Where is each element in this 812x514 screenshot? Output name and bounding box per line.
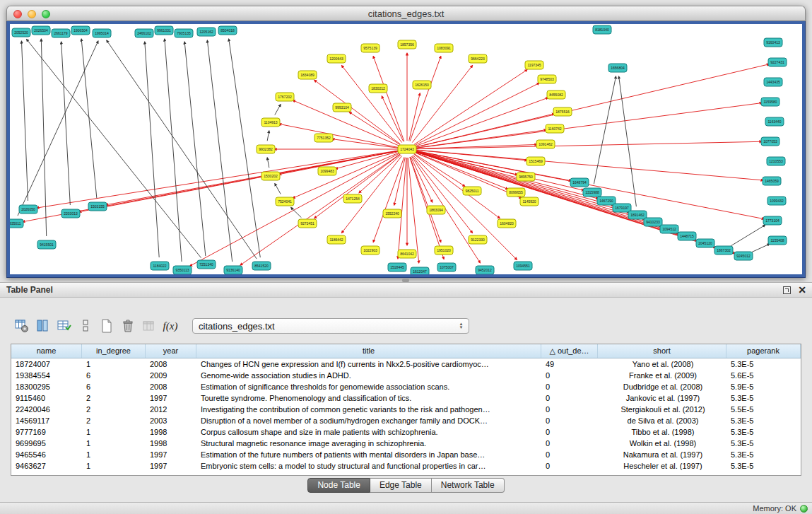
graph-edge[interactable] — [408, 158, 419, 263]
column-header-4[interactable]: △ out_de… — [541, 344, 598, 358]
graph-node[interactable]: 1315988 — [583, 188, 601, 197]
graph-node[interactable]: 1518445 — [388, 263, 406, 271]
graph-node[interactable]: 1200643 — [327, 54, 346, 63]
graph-edge[interactable] — [81, 39, 97, 198]
graph-node[interactable]: 1863094 — [427, 206, 445, 214]
graph-node[interactable]: 1679197 — [613, 204, 631, 212]
graph-edge[interactable] — [26, 39, 201, 257]
table-selector-dropdown[interactable]: citations_edges.txt ▲▼ — [192, 318, 469, 334]
graph-node[interactable]: 8181040 — [593, 25, 611, 34]
graph-node[interactable]: 1197345 — [525, 61, 543, 69]
tab-node-table[interactable]: Node Table — [307, 478, 370, 493]
graph-node[interactable]: 1099483 — [318, 167, 336, 175]
graph-edge[interactable] — [416, 103, 762, 148]
graph-node[interactable]: 1995014 — [93, 29, 111, 37]
graph-edge[interactable] — [410, 56, 441, 141]
graph-edge[interactable] — [107, 40, 257, 259]
graph-node[interactable]: 1604820 — [498, 219, 516, 228]
graph-node[interactable]: 1656804 — [608, 64, 627, 72]
graph-edge[interactable] — [751, 244, 770, 252]
graph-edge[interactable] — [731, 225, 765, 246]
graph-node[interactable]: 9575139 — [361, 44, 379, 52]
network-canvas[interactable]: 1724043966422310830911857356957513912006… — [10, 24, 802, 274]
graph-node[interactable]: 1091462 — [536, 140, 555, 148]
table-row[interactable]: 2242004622012Investigating the contribut… — [11, 404, 801, 415]
table-row[interactable]: 1456911722003Disruption of a novel membe… — [11, 415, 801, 426]
graph-edge[interactable] — [18, 41, 98, 216]
graph-node[interactable]: 1465059 — [763, 177, 781, 185]
graph-node[interactable]: 9993104 — [333, 103, 351, 112]
graph-node[interactable]: 1022903 — [361, 246, 379, 255]
graph-node[interactable]: 8504018 — [218, 26, 237, 35]
graph-node[interactable]: 1830212 — [369, 84, 387, 93]
graph-node[interactable]: 1471254 — [343, 194, 362, 203]
graph-node[interactable]: 9350113 — [173, 266, 192, 274]
graph-node[interactable]: 1155408 — [768, 236, 787, 245]
graph-node[interactable]: 1875516 — [553, 107, 572, 116]
graph-node[interactable]: 8099655 — [507, 188, 525, 197]
float-panel-icon[interactable] — [783, 286, 791, 294]
graph-node[interactable]: 9227431 — [768, 58, 787, 66]
graph-edge[interactable] — [394, 158, 406, 206]
graph-edge[interactable] — [184, 42, 206, 256]
graph-node[interactable]: 1186442 — [327, 235, 346, 244]
new-table-button[interactable] — [96, 316, 117, 336]
graph-edge[interactable] — [349, 112, 400, 144]
graph-edge[interactable] — [415, 83, 540, 145]
graph-node[interactable]: 1205162 — [197, 28, 216, 36]
graph-node[interactable]: 1515469 — [526, 157, 545, 165]
graph-edge[interactable] — [332, 139, 399, 148]
tab-network-table[interactable]: Network Table — [432, 478, 505, 493]
graph-node[interactable]: 9932382 — [257, 145, 275, 153]
graph-node[interactable]: 1104913 — [261, 118, 280, 127]
graph-edge[interactable] — [373, 157, 404, 242]
graph-node[interactable]: 1503155 — [88, 202, 107, 211]
graph-node[interactable]: 1612047 — [411, 267, 429, 274]
graph-node[interactable]: 9452012 — [476, 266, 494, 274]
table-row[interactable]: 946554611997Estimation of the future num… — [11, 449, 801, 460]
column-header-6[interactable]: pagerank — [726, 344, 801, 358]
graph-edge[interactable] — [594, 76, 616, 184]
graph-node[interactable]: 8641042 — [398, 250, 416, 258]
graph-node[interactable]: 1210553 — [767, 157, 785, 165]
graph-edge[interactable] — [267, 158, 269, 168]
graph-node[interactable]: 1834089 — [298, 71, 317, 79]
graph-node[interactable]: 9895750 — [517, 173, 535, 181]
tab-edge-table[interactable]: Edge Table — [370, 478, 432, 493]
graph-node[interactable]: 9825011 — [463, 187, 481, 195]
column-header-2[interactable]: year — [146, 344, 196, 358]
graph-edge[interactable] — [410, 157, 441, 242]
table-row[interactable]: 977716911998Corpus callosum shape and si… — [11, 426, 801, 438]
graph-node[interactable]: 9160413 — [764, 38, 782, 47]
graph-edge[interactable] — [409, 93, 420, 141]
graph-node[interactable]: 1443435 — [764, 78, 782, 86]
graph-node[interactable]: 1448715 — [678, 232, 696, 240]
graph-node[interactable]: 1094551 — [514, 262, 532, 270]
graph-node[interactable]: 1951020 — [435, 246, 453, 255]
graph-node[interactable]: 1773104 — [763, 216, 782, 225]
table-settings-button[interactable] — [11, 316, 33, 336]
graph-node[interactable]: 7251340 — [197, 260, 216, 269]
import-table-button[interactable] — [139, 316, 160, 336]
graph-node[interactable]: 2026504 — [32, 26, 50, 35]
graph-node[interactable]: 1094512 — [660, 225, 678, 233]
graph-node[interactable]: 1145920 — [520, 197, 539, 206]
close-panel-icon[interactable]: ✕ — [798, 286, 806, 294]
graph-nodes[interactable]: 1724043966422310830911857356957513912006… — [10, 25, 787, 274]
graph-node[interactable]: 2052520 — [12, 28, 30, 37]
table-row[interactable]: 1830029562008Estimation of significance … — [11, 381, 801, 392]
graph-node[interactable]: 9122330 — [469, 235, 487, 244]
edit-columns-button[interactable] — [54, 316, 75, 336]
graph-node[interactable]: 9415501 — [37, 240, 56, 249]
graph-node[interactable]: 1867302 — [714, 246, 733, 255]
row-tools-button[interactable] — [75, 316, 96, 336]
graph-node[interactable]: 7524041 — [276, 197, 294, 206]
graph-node[interactable]: 1906504 — [71, 26, 90, 35]
graph-node[interactable]: 2026050 — [19, 205, 37, 214]
graph-edge[interactable] — [61, 42, 71, 205]
graph-node[interactable]: 9748503 — [538, 75, 556, 83]
table-row[interactable]: 946362711997Embryonic stem cells: a mode… — [11, 460, 801, 472]
graph-node[interactable]: 1835011 — [10, 219, 23, 228]
citation-network-graph[interactable]: 1724043966422310830911857356957513912006… — [10, 24, 802, 274]
show-columns-button[interactable] — [33, 316, 54, 336]
